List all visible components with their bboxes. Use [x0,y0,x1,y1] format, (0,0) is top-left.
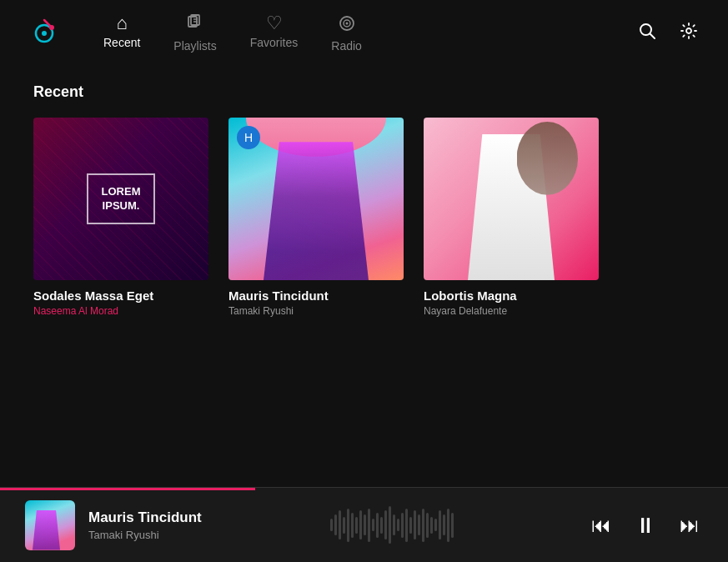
svg-point-1 [42,31,47,36]
search-button[interactable] [635,18,660,48]
card-title-3: Lobortis Magna [424,289,599,303]
player-controls: ⏮ ⏸ ⏭ [588,511,703,539]
card-image-1: LOREM IPSUM. [33,118,208,280]
header: ⌂ Recent Playlists ♡ Favorites [0,0,728,67]
player-thumbnail [25,500,75,550]
nav-label-playlists: Playlists [173,39,216,53]
card-artwork-2: H [228,118,404,280]
next-button[interactable]: ⏭ [676,512,703,539]
svg-point-3 [49,25,54,30]
card-subtitle-2: Tamaki Ryushi [228,305,404,317]
player-info: Mauris Tincidunt Tamaki Ryushi [88,509,314,541]
card-subtitle-1: Naseema Al Morad [33,305,208,317]
card-3[interactable]: Lobortis Magna Nayara Delafuente [424,118,599,317]
header-actions [635,18,701,48]
playlist-icon [186,14,204,36]
nav-label-recent: Recent [103,36,140,49]
nav-item-playlists[interactable]: Playlists [173,14,216,53]
play-pause-button[interactable]: ⏸ [631,511,660,539]
card-image-3 [424,118,599,280]
nav-item-radio[interactable]: Radio [331,14,362,53]
settings-button[interactable] [676,18,701,48]
main-content: Recent LOREM IPSUM. Sodales Massa Eget N… [0,67,728,487]
card-title-1: Sodales Massa Eget [33,289,208,303]
heart-icon: ♡ [266,14,283,33]
prev-button[interactable]: ⏮ [588,512,615,539]
nav-item-recent[interactable]: ⌂ Recent [103,14,140,53]
lorem-line2: IPSUM. [102,199,141,213]
lorem-box: LOREM IPSUM. [87,173,156,225]
nav-item-favorites[interactable]: ♡ Favorites [250,14,299,53]
svg-point-13 [686,28,691,33]
svg-line-12 [650,34,655,39]
radio-icon [338,14,356,36]
nav-label-radio: Radio [331,39,362,53]
card-artwork-1: LOREM IPSUM. [33,118,208,280]
card-title-2: Mauris Tincidunt [228,289,404,303]
progress-bar [0,488,255,490]
cards-row: LOREM IPSUM. Sodales Massa Eget Naseema … [33,118,695,317]
logo[interactable] [27,16,62,51]
card-artwork-3 [424,118,599,280]
headphone-badge: H [237,126,260,149]
player-bar: Mauris Tincidunt Tamaki Ryushi ⏮ ⏸ ⏭ [0,487,728,562]
player-artist: Tamaki Ryushi [88,529,314,541]
player-title: Mauris Tincidunt [88,509,314,526]
card-image-2: H [228,118,404,280]
waveform [330,506,555,544]
home-icon: ⌂ [117,14,128,33]
card-subtitle-3: Nayara Delafuente [424,305,599,317]
section-title: Recent [33,83,695,101]
main-nav: ⌂ Recent Playlists ♡ Favorites [103,14,601,53]
lorem-line1: LOREM [102,185,141,199]
card-2[interactable]: H Mauris Tincidunt Tamaki Ryushi [228,118,404,317]
card-1[interactable]: LOREM IPSUM. Sodales Massa Eget Naseema … [33,118,208,317]
nav-label-favorites: Favorites [250,36,299,49]
svg-point-10 [345,23,348,25]
